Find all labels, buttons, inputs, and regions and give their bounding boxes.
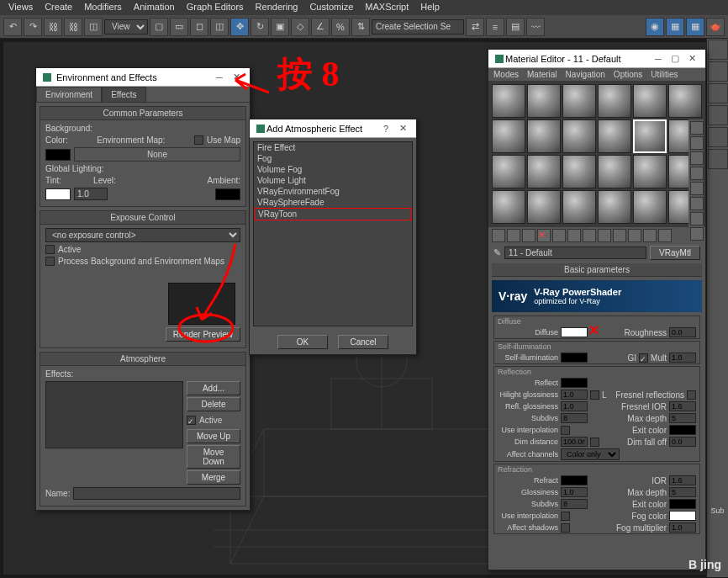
env-titlebar[interactable]: Environment and Effects ─ ✕	[36, 68, 250, 87]
list-item[interactable]: VRayEnvironmentFog	[254, 186, 412, 197]
moveup-button[interactable]: Move Up	[187, 429, 240, 443]
movedown-button[interactable]: Move Down	[187, 445, 240, 469]
material-slot[interactable]	[527, 84, 561, 118]
ambient-swatch[interactable]	[215, 188, 240, 200]
sample-type-icon[interactable]	[690, 121, 704, 135]
make-copy-icon[interactable]	[552, 229, 566, 242]
dimdist-checkbox[interactable]	[590, 437, 599, 447]
display-tab-icon[interactable]	[708, 127, 728, 147]
basic-params-header[interactable]: Basic parameters	[492, 263, 702, 277]
link-icon[interactable]: ⛓	[44, 18, 62, 36]
render-setup-icon[interactable]: ▦	[666, 18, 684, 36]
merge-button[interactable]: Merge	[187, 470, 240, 485]
material-slot[interactable]	[492, 119, 525, 153]
add-effect-button[interactable]: Add...	[187, 381, 240, 395]
render-frame-icon[interactable]: ▦	[686, 18, 704, 36]
material-slot[interactable]	[598, 119, 631, 153]
select-by-mat-icon[interactable]	[690, 227, 704, 241]
refl-useinterp-checkbox[interactable]	[561, 426, 570, 435]
put-to-lib-icon[interactable]	[583, 229, 596, 242]
backlight-icon[interactable]	[690, 136, 704, 150]
affectch-dropdown[interactable]: Color only	[561, 448, 620, 460]
redo-icon[interactable]: ↷	[24, 18, 42, 36]
background-icon[interactable]	[690, 151, 704, 165]
ior-spinner[interactable]	[669, 475, 696, 485]
refr-subdivs-spinner[interactable]	[561, 499, 588, 509]
show-map-icon[interactable]	[613, 229, 626, 242]
list-item[interactable]: Fog	[254, 153, 412, 164]
refl-subdivs-spinner[interactable]	[561, 413, 588, 423]
material-editor-icon[interactable]: ◉	[646, 18, 664, 36]
refract-swatch[interactable]	[561, 475, 588, 485]
exposure-control-dropdown[interactable]: <no exposure control>	[45, 228, 240, 242]
menu-modifiers[interactable]: Modifiers	[84, 2, 122, 13]
close-icon[interactable]: ✕	[228, 72, 245, 82]
fogcolor-swatch[interactable]	[669, 511, 696, 521]
material-slot[interactable]	[598, 155, 631, 188]
exposure-active-checkbox[interactable]	[45, 245, 55, 254]
material-slot[interactable]	[527, 155, 561, 188]
bind-icon[interactable]: ◫	[84, 18, 103, 36]
get-material-icon[interactable]	[492, 229, 505, 242]
material-slot[interactable]	[633, 119, 667, 153]
material-slot[interactable]	[562, 155, 596, 188]
modify-tab-icon[interactable]	[708, 61, 728, 82]
dimdist-spinner[interactable]	[561, 437, 588, 447]
material-slot[interactable]	[633, 84, 667, 118]
hilight-gloss-spinner[interactable]	[561, 390, 588, 400]
options-icon[interactable]	[690, 212, 704, 225]
menu-material[interactable]: Material	[527, 70, 557, 79]
delete-effect-button[interactable]: Delete	[187, 397, 240, 411]
fogmult-spinner[interactable]	[669, 522, 696, 533]
refr-maxdepth-spinner[interactable]	[669, 487, 696, 497]
menu-maxscript[interactable]: MAXScript	[365, 2, 409, 13]
minimize-icon[interactable]: ─	[650, 54, 667, 64]
material-slot[interactable]	[527, 190, 561, 224]
exposure-header[interactable]: Exposure Control	[40, 211, 245, 225]
align-icon[interactable]: ≡	[486, 18, 504, 36]
close-icon[interactable]: ✕	[683, 53, 700, 64]
assign-icon[interactable]	[522, 229, 535, 242]
matid-icon[interactable]	[598, 229, 611, 242]
reflect-swatch[interactable]	[561, 378, 588, 388]
create-tab-icon[interactable]	[708, 40, 728, 60]
command-panel[interactable]: Sub	[706, 39, 728, 577]
preview-icon[interactable]	[690, 197, 704, 210]
video-check-icon[interactable]	[690, 182, 704, 195]
motion-tab-icon[interactable]	[708, 105, 728, 125]
menu-grapheditors[interactable]: Graph Editors	[187, 2, 244, 13]
effect-name-field[interactable]	[73, 487, 240, 500]
sample-uv-icon[interactable]	[690, 167, 704, 180]
make-unique-icon[interactable]	[567, 229, 581, 242]
list-item[interactable]: Fire Effect	[254, 142, 412, 153]
go-sibling-icon[interactable]	[658, 229, 672, 242]
material-slot[interactable]	[492, 155, 525, 188]
material-slot[interactable]	[598, 84, 631, 118]
atmosphere-effects-list[interactable]	[45, 381, 183, 448]
material-slot[interactable]	[668, 84, 702, 118]
curve-editor-icon[interactable]: 〰	[526, 18, 545, 36]
rotate-icon[interactable]: ↻	[251, 18, 269, 36]
gi-checkbox[interactable]	[639, 353, 648, 363]
named-selection-input[interactable]	[372, 19, 464, 34]
menu-modes[interactable]: Modes	[493, 70, 519, 79]
menu-navigation[interactable]: Navigation	[566, 70, 605, 79]
tab-effects[interactable]: Effects	[102, 87, 145, 102]
refl-exitcolor-swatch[interactable]	[669, 425, 696, 435]
common-params-header[interactable]: Common Parameters	[40, 107, 245, 120]
material-slot[interactable]	[562, 119, 596, 153]
select-name-icon[interactable]: ▭	[170, 18, 188, 36]
refl-maxdepth-spinner[interactable]	[669, 413, 696, 423]
refr-gloss-spinner[interactable]	[561, 487, 588, 497]
menu-bar[interactable]: Views Create Modifiers Animation Graph E…	[0, 0, 728, 15]
cancel-button[interactable]: Cancel	[338, 335, 388, 349]
mirror-icon[interactable]: ⇄	[466, 18, 484, 36]
window-crossing-icon[interactable]: ◫	[210, 18, 229, 36]
material-slot[interactable]	[492, 84, 525, 118]
menu-create[interactable]: Create	[45, 2, 72, 13]
affectshadows-checkbox[interactable]	[561, 523, 570, 533]
process-bg-checkbox[interactable]	[45, 257, 55, 266]
go-parent-icon[interactable]	[643, 229, 657, 242]
tint-swatch[interactable]	[45, 188, 71, 200]
refcoord-icon[interactable]: ◇	[291, 18, 309, 36]
